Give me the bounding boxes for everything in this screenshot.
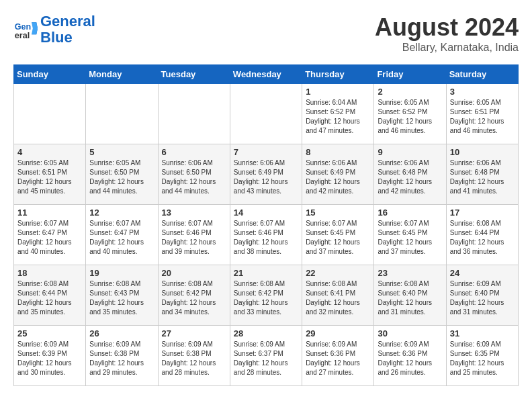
day-number: 30: [378, 328, 442, 338]
calendar-cell: 12Sunrise: 6:07 AM Sunset: 6:47 PM Dayli…: [86, 205, 158, 265]
day-info: Sunrise: 6:08 AM Sunset: 6:42 PM Dayligh…: [234, 279, 298, 317]
calendar-cell: 25Sunrise: 6:09 AM Sunset: 6:39 PM Dayli…: [14, 326, 86, 386]
day-info: Sunrise: 6:04 AM Sunset: 6:52 PM Dayligh…: [306, 98, 370, 136]
day-number: 7: [234, 147, 298, 157]
calendar-cell: 22Sunrise: 6:08 AM Sunset: 6:41 PM Dayli…: [302, 265, 374, 326]
header-day-wednesday: Wednesday: [230, 65, 302, 84]
header-day-monday: Monday: [86, 65, 158, 84]
day-number: 8: [306, 147, 370, 157]
day-number: 9: [378, 147, 442, 157]
day-number: 22: [306, 268, 370, 278]
logo-text: General Blue: [40, 13, 95, 46]
day-info: Sunrise: 6:05 AM Sunset: 6:52 PM Dayligh…: [378, 98, 442, 136]
header-day-thursday: Thursday: [302, 65, 374, 84]
calendar-cell: 19Sunrise: 6:08 AM Sunset: 6:43 PM Dayli…: [86, 265, 158, 326]
day-number: 11: [17, 208, 82, 218]
day-number: 29: [306, 328, 370, 338]
week-row-1: 1Sunrise: 6:04 AM Sunset: 6:52 PM Daylig…: [14, 84, 519, 144]
day-info: Sunrise: 6:07 AM Sunset: 6:46 PM Dayligh…: [234, 219, 298, 257]
day-number: 19: [89, 268, 154, 278]
calendar-cell: 7Sunrise: 6:06 AM Sunset: 6:49 PM Daylig…: [230, 144, 302, 205]
page-header: Gen eral General Blue August 2024 Bellar…: [13, 13, 519, 54]
day-info: Sunrise: 6:09 AM Sunset: 6:36 PM Dayligh…: [306, 340, 370, 377]
day-number: 3: [450, 87, 515, 97]
day-number: 2: [378, 87, 442, 97]
calendar-cell: 26Sunrise: 6:09 AM Sunset: 6:38 PM Dayli…: [86, 326, 158, 386]
day-info: Sunrise: 6:07 AM Sunset: 6:46 PM Dayligh…: [162, 219, 226, 257]
day-number: 21: [234, 268, 298, 278]
day-info: Sunrise: 6:06 AM Sunset: 6:48 PM Dayligh…: [378, 158, 442, 196]
day-number: 6: [162, 147, 226, 157]
week-row-3: 11Sunrise: 6:07 AM Sunset: 6:47 PM Dayli…: [14, 205, 519, 265]
day-info: Sunrise: 6:05 AM Sunset: 6:50 PM Dayligh…: [89, 158, 154, 196]
day-number: 13: [162, 208, 226, 218]
calendar-cell: 27Sunrise: 6:09 AM Sunset: 6:38 PM Dayli…: [158, 326, 230, 386]
day-number: 20: [162, 268, 226, 278]
calendar-cell: 21Sunrise: 6:08 AM Sunset: 6:42 PM Dayli…: [230, 265, 302, 326]
title-block: August 2024 Bellary, Karnataka, India: [375, 13, 519, 54]
day-info: Sunrise: 6:06 AM Sunset: 6:48 PM Dayligh…: [450, 158, 515, 196]
calendar-cell: 31Sunrise: 6:09 AM Sunset: 6:35 PM Dayli…: [446, 326, 518, 386]
calendar-cell: 5Sunrise: 6:05 AM Sunset: 6:50 PM Daylig…: [86, 144, 158, 205]
day-number: 27: [162, 328, 226, 338]
day-info: Sunrise: 6:07 AM Sunset: 6:45 PM Dayligh…: [378, 219, 442, 257]
header-day-friday: Friday: [374, 65, 446, 84]
day-info: Sunrise: 6:05 AM Sunset: 6:51 PM Dayligh…: [17, 158, 82, 196]
calendar-cell: 11Sunrise: 6:07 AM Sunset: 6:47 PM Dayli…: [14, 205, 86, 265]
day-info: Sunrise: 6:09 AM Sunset: 6:38 PM Dayligh…: [162, 340, 226, 377]
day-number: 1: [306, 87, 370, 97]
day-number: 15: [306, 208, 370, 218]
day-number: 16: [378, 208, 442, 218]
day-number: 23: [378, 268, 442, 278]
calendar-cell: 24Sunrise: 6:09 AM Sunset: 6:40 PM Dayli…: [446, 265, 518, 326]
day-info: Sunrise: 6:07 AM Sunset: 6:47 PM Dayligh…: [89, 219, 154, 257]
day-number: 25: [17, 328, 82, 338]
day-info: Sunrise: 6:09 AM Sunset: 6:39 PM Dayligh…: [17, 340, 82, 377]
logo-line2: Blue: [40, 29, 73, 46]
calendar-cell: 3Sunrise: 6:05 AM Sunset: 6:51 PM Daylig…: [446, 84, 518, 144]
logo-line1: General: [40, 13, 95, 30]
week-row-2: 4Sunrise: 6:05 AM Sunset: 6:51 PM Daylig…: [14, 144, 519, 205]
day-info: Sunrise: 6:09 AM Sunset: 6:36 PM Dayligh…: [378, 340, 442, 377]
day-number: 28: [234, 328, 298, 338]
calendar-cell: 18Sunrise: 6:08 AM Sunset: 6:44 PM Dayli…: [14, 265, 86, 326]
calendar-cell: 10Sunrise: 6:06 AM Sunset: 6:48 PM Dayli…: [446, 144, 518, 205]
week-row-5: 25Sunrise: 6:09 AM Sunset: 6:39 PM Dayli…: [14, 326, 519, 386]
day-info: Sunrise: 6:09 AM Sunset: 6:37 PM Dayligh…: [234, 340, 298, 377]
logo-icon: Gen eral: [13, 17, 38, 42]
calendar-cell: 28Sunrise: 6:09 AM Sunset: 6:37 PM Dayli…: [230, 326, 302, 386]
calendar-cell: 14Sunrise: 6:07 AM Sunset: 6:46 PM Dayli…: [230, 205, 302, 265]
calendar-cell: 30Sunrise: 6:09 AM Sunset: 6:36 PM Dayli…: [374, 326, 446, 386]
svg-marker-3: [32, 22, 38, 34]
calendar-cell: 9Sunrise: 6:06 AM Sunset: 6:48 PM Daylig…: [374, 144, 446, 205]
day-info: Sunrise: 6:08 AM Sunset: 6:44 PM Dayligh…: [450, 219, 515, 257]
day-info: Sunrise: 6:06 AM Sunset: 6:50 PM Dayligh…: [162, 158, 226, 196]
day-info: Sunrise: 6:09 AM Sunset: 6:35 PM Dayligh…: [450, 340, 515, 377]
calendar-cell: 6Sunrise: 6:06 AM Sunset: 6:50 PM Daylig…: [158, 144, 230, 205]
location: Bellary, Karnataka, India: [375, 42, 519, 54]
calendar-table: SundayMondayTuesdayWednesdayThursdayFrid…: [13, 64, 519, 386]
week-row-4: 18Sunrise: 6:08 AM Sunset: 6:44 PM Dayli…: [14, 265, 519, 326]
logo: Gen eral General Blue: [13, 13, 95, 46]
day-info: Sunrise: 6:06 AM Sunset: 6:49 PM Dayligh…: [234, 158, 298, 196]
calendar-cell: 15Sunrise: 6:07 AM Sunset: 6:45 PM Dayli…: [302, 205, 374, 265]
calendar-cell: 4Sunrise: 6:05 AM Sunset: 6:51 PM Daylig…: [14, 144, 86, 205]
calendar-cell: [158, 84, 230, 144]
day-number: 5: [89, 147, 154, 157]
calendar-cell: 23Sunrise: 6:08 AM Sunset: 6:40 PM Dayli…: [374, 265, 446, 326]
day-number: 26: [89, 328, 154, 338]
calendar-cell: 17Sunrise: 6:08 AM Sunset: 6:44 PM Dayli…: [446, 205, 518, 265]
calendar-cell: 1Sunrise: 6:04 AM Sunset: 6:52 PM Daylig…: [302, 84, 374, 144]
header-day-tuesday: Tuesday: [158, 65, 230, 84]
day-info: Sunrise: 6:06 AM Sunset: 6:49 PM Dayligh…: [306, 158, 370, 196]
header-day-saturday: Saturday: [446, 65, 518, 84]
calendar-cell: 8Sunrise: 6:06 AM Sunset: 6:49 PM Daylig…: [302, 144, 374, 205]
calendar-cell: 13Sunrise: 6:07 AM Sunset: 6:46 PM Dayli…: [158, 205, 230, 265]
day-number: 10: [450, 147, 515, 157]
day-number: 24: [450, 268, 515, 278]
calendar-cell: 29Sunrise: 6:09 AM Sunset: 6:36 PM Dayli…: [302, 326, 374, 386]
svg-text:eral: eral: [15, 31, 30, 40]
day-info: Sunrise: 6:08 AM Sunset: 6:41 PM Dayligh…: [306, 279, 370, 317]
day-info: Sunrise: 6:08 AM Sunset: 6:44 PM Dayligh…: [17, 279, 82, 317]
day-number: 31: [450, 328, 515, 338]
